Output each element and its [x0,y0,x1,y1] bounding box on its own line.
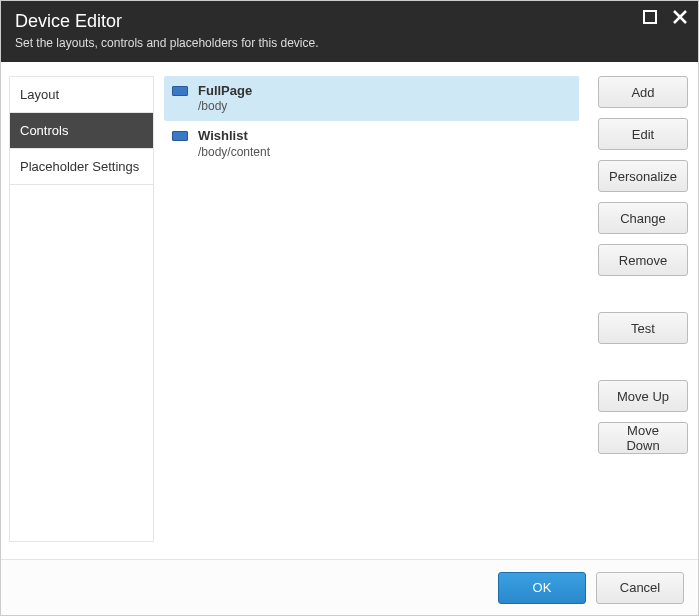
sidebar-item-placeholder-settings[interactable]: Placeholder Settings [10,148,153,185]
sidebar-item-layout[interactable]: Layout [10,76,153,112]
change-button[interactable]: Change [598,202,688,234]
close-icon[interactable] [672,9,688,25]
add-button[interactable]: Add [598,76,688,108]
list-item-text: FullPage /body [198,83,252,114]
rendering-icon [172,131,188,141]
window-controls [642,9,688,25]
move-down-button[interactable]: Move Down [598,422,688,454]
personalize-button[interactable]: Personalize [598,160,688,192]
maximize-icon[interactable] [642,9,658,25]
remove-button[interactable]: Remove [598,244,688,276]
dialog-footer: OK Cancel [1,559,698,615]
control-path: /body/content [198,145,270,160]
svg-rect-0 [644,11,656,23]
ok-button[interactable]: OK [498,572,586,604]
dialog-title: Device Editor [15,11,684,32]
control-name: Wishlist [198,128,270,144]
list-item[interactable]: FullPage /body [164,76,579,121]
sidebar-item-label: Layout [20,87,59,102]
dialog-subtitle: Set the layouts, controls and placeholde… [15,36,684,50]
move-up-button[interactable]: Move Up [598,380,688,412]
control-name: FullPage [198,83,252,99]
rendering-icon [172,86,188,96]
edit-button[interactable]: Edit [598,118,688,150]
control-path: /body [198,99,252,114]
list-item[interactable]: Wishlist /body/content [164,121,579,166]
test-button[interactable]: Test [598,312,688,344]
sidebar-item-label: Placeholder Settings [20,159,139,174]
sidebar-item-label: Controls [20,123,68,138]
action-column: Add Edit Personalize Change Remove Test … [598,62,698,542]
sidebar-item-controls[interactable]: Controls [10,112,153,148]
titlebar: Device Editor Set the layouts, controls … [1,1,698,62]
device-editor-dialog: Device Editor Set the layouts, controls … [0,0,699,616]
dialog-body: Layout Controls Placeholder Settings Ful… [1,62,698,542]
cancel-button[interactable]: Cancel [596,572,684,604]
spacer [598,286,688,302]
controls-list: FullPage /body Wishlist /body/content [164,76,579,167]
list-item-text: Wishlist /body/content [198,128,270,159]
main-panel: FullPage /body Wishlist /body/content [154,62,598,542]
spacer [598,354,688,370]
sidebar: Layout Controls Placeholder Settings [9,76,154,542]
